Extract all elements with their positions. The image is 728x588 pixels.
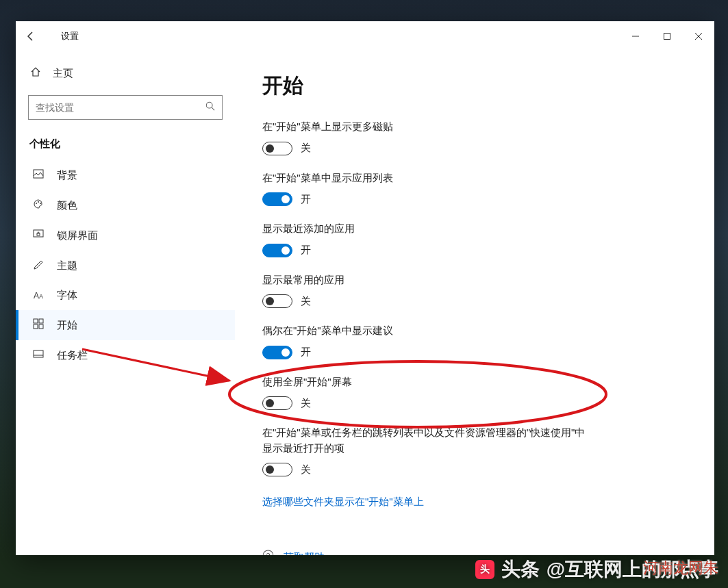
picture-icon [32, 168, 45, 182]
sidebar-item-label: 锁屏界面 [57, 229, 98, 242]
svg-rect-10 [34, 319, 38, 323]
toggle-state: 开 [301, 193, 311, 206]
setting-label: 使用全屏"开始"屏幕 [262, 374, 591, 390]
setting-fullscreen: 使用全屏"开始"屏幕 关 [262, 374, 687, 411]
setting-label: 显示最近添加的应用 [262, 221, 591, 237]
svg-point-7 [40, 203, 41, 204]
toggle-state: 关 [301, 295, 311, 308]
svg-rect-1 [664, 34, 670, 40]
setting-recent-apps: 显示最近添加的应用 开 [262, 221, 687, 257]
toggle-fullscreen[interactable] [262, 396, 292, 410]
help-section: ? 获取帮助 提供反馈 [262, 550, 687, 555]
toggle-suggestions[interactable] [262, 346, 292, 359]
svg-rect-12 [34, 324, 38, 329]
toggle-state: 关 [301, 397, 311, 410]
maximize-button[interactable] [651, 21, 683, 51]
watermark-logo-icon: 头 [475, 560, 494, 579]
toggle-more-tiles[interactable] [262, 142, 292, 155]
toggle-state: 开 [301, 346, 311, 359]
search-icon [205, 101, 215, 114]
sidebar-item-lockscreen[interactable]: 锁屏界面 [16, 220, 235, 251]
setting-more-tiles: 在"开始"菜单上显示更多磁贴 关 [262, 119, 687, 155]
svg-rect-14 [34, 350, 43, 357]
setting-recent-items: 在"开始"菜单或任务栏的跳转列表中以及文件资源管理器的"快速使用"中显示最近打开… [262, 425, 687, 476]
sidebar-item-taskbar[interactable]: 任务栏 [16, 340, 235, 370]
start-icon [32, 318, 45, 332]
page-title: 开始 [262, 72, 687, 100]
toggle-app-list[interactable] [262, 192, 292, 206]
minimize-button[interactable] [620, 21, 651, 51]
setting-label: 在"开始"菜单中显示应用列表 [262, 170, 591, 186]
theme-icon [32, 259, 45, 272]
setting-suggestions: 偶尔在"开始"菜单中显示建议 开 [262, 323, 687, 359]
content-area: 主页 个性化 背景 颜色 [16, 51, 714, 555]
setting-label: 在"开始"菜单上显示更多磁贴 [262, 119, 591, 135]
toggle-state: 关 [301, 463, 311, 476]
svg-rect-9 [37, 233, 40, 235]
font-icon: AA [32, 291, 45, 301]
setting-app-list: 在"开始"菜单中显示应用列表 开 [262, 170, 687, 207]
sidebar-item-label: 颜色 [57, 199, 77, 212]
watermark-prefix: 头条 [501, 557, 540, 583]
setting-most-used: 显示最常用的应用 关 [262, 272, 687, 309]
svg-rect-11 [39, 319, 43, 323]
sidebar-item-label: 任务栏 [57, 349, 88, 362]
help-icon: ? [262, 550, 274, 555]
sidebar-item-label: 开始 [57, 319, 77, 332]
sidebar-item-label: 背景 [57, 169, 77, 182]
svg-point-2 [206, 102, 212, 108]
close-button[interactable] [683, 21, 714, 51]
window-controls [620, 21, 714, 51]
sidebar-item-start[interactable]: 开始 [16, 310, 235, 340]
sidebar-item-fonts[interactable]: AA 字体 [16, 281, 235, 310]
sidebar-item-colors[interactable]: 颜色 [16, 190, 235, 220]
app-title: 设置 [61, 30, 79, 42]
home-button[interactable]: 主页 [16, 58, 235, 88]
palette-icon [32, 199, 45, 212]
nav-section-title: 个性化 [16, 131, 235, 160]
setting-label: 显示最常用的应用 [262, 272, 591, 288]
get-help-link[interactable]: 获取帮助 [284, 551, 325, 556]
toggle-state: 关 [301, 142, 311, 155]
toggle-recent-items[interactable] [262, 463, 292, 476]
back-button[interactable] [16, 21, 46, 51]
sidebar: 主页 个性化 背景 颜色 [16, 51, 235, 555]
main-content: 开始 在"开始"菜单上显示更多磁贴 关 在"开始"菜单中显示应用列表 开 显示最… [235, 51, 714, 555]
toggle-recent-apps[interactable] [262, 244, 292, 257]
setting-label: 在"开始"菜单或任务栏的跳转列表中以及文件资源管理器的"快速使用"中显示最近打开… [262, 425, 591, 456]
titlebar: 设置 [16, 21, 714, 51]
sidebar-item-themes[interactable]: 主题 [16, 251, 235, 281]
toggle-most-used[interactable] [262, 294, 292, 308]
search-input[interactable] [36, 102, 205, 113]
svg-text:?: ? [266, 552, 271, 555]
lock-screen-icon [32, 229, 45, 242]
search-box[interactable] [28, 95, 223, 120]
setting-label: 偶尔在"开始"菜单中显示建议 [262, 323, 591, 339]
taskbar-icon [32, 348, 45, 362]
sidebar-item-background[interactable]: 背景 [16, 160, 235, 190]
svg-rect-13 [39, 324, 43, 329]
sidebar-item-label: 主题 [57, 259, 77, 272]
home-label: 主页 [53, 67, 73, 80]
watermark-overlay-text: 河南龙网朱 [643, 558, 718, 578]
sidebar-item-label: 字体 [57, 289, 77, 302]
svg-point-6 [38, 201, 39, 203]
toggle-state: 开 [301, 244, 311, 257]
settings-window: 设置 主页 [16, 21, 714, 555]
choose-folders-link[interactable]: 选择哪些文件夹显示在"开始"菜单上 [262, 496, 424, 509]
svg-line-3 [212, 107, 214, 110]
home-icon [29, 66, 42, 80]
svg-point-5 [36, 203, 37, 204]
